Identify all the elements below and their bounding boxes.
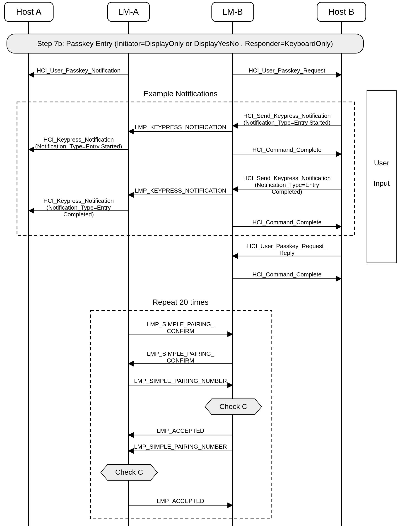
msg-label: (Notification_Type=Entry [255,182,319,188]
lane-label-host-a: Host A [16,7,42,16]
msg-lmp-simple-pairing-confirm-b: LMP_SIMPLE_PAIRING_ CONFIRM [128,350,233,364]
msg-label: LMP_SIMPLE_PAIRING_NUMBER [134,377,227,384]
msg-label: LMP_SIMPLE_PAIRING_ [147,321,214,328]
check-c-lm-b: Check C [205,399,262,415]
check-c-lm-a: Check C [101,464,157,480]
msg-label: (Notification_Type=Entry Started) [243,119,330,126]
msg-lmp-simple-pairing-number-b: LMP_SIMPLE_PAIRING_NUMBER [128,443,233,451]
msg-label: HCI_Keypress_Notification [43,136,114,143]
msg-label: LMP_SIMPLE_PAIRING_ [147,350,214,357]
msg-lmp-accepted-a: LMP_ACCEPTED [128,427,233,435]
msg-label: HCI_Send_Keypress_Notification [243,112,331,119]
user-input-text-1: User [374,159,389,167]
msg-lmp-simple-pairing-confirm-a: LMP_SIMPLE_PAIRING_ CONFIRM [128,321,233,334]
msg-lmp-simple-pairing-number-a: LMP_SIMPLE_PAIRING_NUMBER [128,377,233,385]
msg-label: LMP_SIMPLE_PAIRING_NUMBER [134,443,227,450]
msg-label: HCI_User_Passkey_Request_ [247,243,327,249]
msg-hci-command-complete-3: HCI_Command_Complete [233,271,341,279]
msg-hci-send-keypress-completed: HCI_Send_Keypress_Notification (Notifica… [233,175,341,195]
user-input-box: User Input [367,91,396,263]
msg-label: HCI_Command_Complete [252,219,322,226]
lane-label-host-b: Host B [329,7,354,16]
msg-hci-user-passkey-notification: HCI_User_Passkey_Notification [29,67,128,75]
check-c-text: Check C [219,402,247,411]
msg-lmp-keypress-notification-2: LMP_KEYPRESS_NOTIFICATION [128,187,233,195]
lane-header-lm-b: LM-B [212,2,254,22]
msg-hci-user-passkey-request-reply: HCI_User_Passkey_Request_ Reply [233,243,341,256]
msg-label: CONFIRM [167,357,194,364]
user-input-text-2: Input [374,179,390,187]
check-c-text: Check C [115,468,143,476]
msg-label: Reply [280,249,294,256]
msg-hci-send-keypress-started: HCI_Send_Keypress_Notification (Notifica… [233,112,341,126]
msg-label: CONFIRM [167,328,194,334]
msg-label: LMP_ACCEPTED [157,427,204,434]
lane-header-host-a: Host A [5,2,53,22]
lane-header-lm-a: LM-A [108,2,149,22]
msg-label: LMP_KEYPRESS_NOTIFICATION [135,187,226,194]
msg-label: LMP_KEYPRESS_NOTIFICATION [135,124,226,130]
lane-header-host-b: Host B [317,2,366,22]
msg-label: (Notification_Type=Entry [47,204,111,211]
section-title-repeat: Repeat 20 times [152,298,209,306]
msg-label: LMP_ACCEPTED [157,498,204,504]
msg-lmp-keypress-notification-1: LMP_KEYPRESS_NOTIFICATION [128,124,233,131]
msg-label: HCI_User_Passkey_Notification [37,67,120,74]
msg-label: Completed) [63,211,94,218]
msg-label: (Notification_Type=Entry Started) [35,143,122,150]
sequence-diagram: Host A LM-A LM-B Host B Step 7b: Passkey… [0,0,407,532]
msg-label: HCI_Keypress_Notification [43,197,114,204]
step-banner: Step 7b: Passkey Entry (Initiator=Displa… [7,34,364,53]
msg-label: HCI_Command_Complete [252,271,322,278]
msg-label: HCI_Send_Keypress_Notification [243,175,331,182]
svg-rect-7 [367,91,396,263]
step-text: Step 7b: Passkey Entry (Initiator=Displa… [37,40,333,48]
msg-label: Completed) [272,188,302,195]
msg-hci-command-complete-1: HCI_Command_Complete [233,146,341,154]
msg-lmp-accepted-b: LMP_ACCEPTED [128,498,233,505]
lane-label-lm-b: LM-B [222,7,243,16]
msg-hci-keypress-notification-completed: HCI_Keypress_Notification (Notification_… [29,197,128,218]
lane-label-lm-a: LM-A [118,7,139,16]
msg-label: HCI_User_Passkey_Request [249,67,325,74]
section-title-example: Example Notifications [144,89,218,98]
msg-label: HCI_Command_Complete [252,146,322,153]
msg-hci-keypress-notification-started: HCI_Keypress_Notification (Notification_… [29,136,128,150]
msg-hci-user-passkey-request: HCI_User_Passkey_Request [233,67,341,75]
msg-hci-command-complete-2: HCI_Command_Complete [233,219,341,227]
